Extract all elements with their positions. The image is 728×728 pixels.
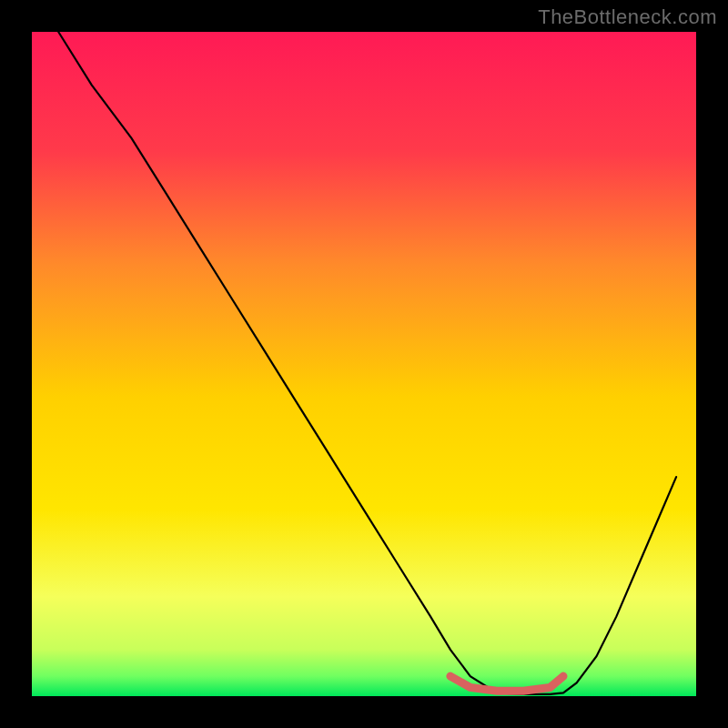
watermark-text: TheBottleneck.com	[538, 5, 717, 29]
bottleneck-chart	[0, 0, 728, 728]
svg-rect-0	[32, 32, 696, 696]
plot-area	[32, 32, 696, 696]
